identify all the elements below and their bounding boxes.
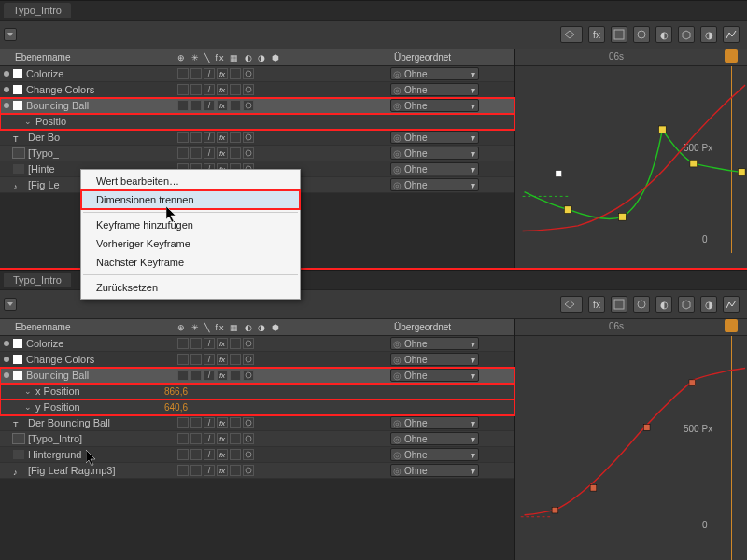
layer-row[interactable]: [Typo_ ◎Ohne▾	[0, 146, 514, 161]
property-row[interactable]: ⌄ x Position 866,6	[0, 384, 514, 399]
svg-point-21	[246, 436, 251, 441]
property-name: x Position	[35, 385, 80, 397]
svg-rect-9	[564, 206, 571, 214]
layer-row[interactable]: [Fig Leaf Rag.mp3] ◎Ohne▾	[0, 463, 514, 479]
col-header-parent-2[interactable]: Übergeordnet	[390, 322, 484, 332]
layer-panel-top: Ebenenname ⊕ ✳ ╲ fx ▦ ◐ ◑ ⬢ Übergeordnet…	[0, 49, 515, 268]
layer-name-text: Der Bo	[28, 132, 60, 143]
toolbar-dropdown-2[interactable]	[4, 298, 17, 311]
graph-editor-icon[interactable]	[723, 26, 740, 43]
layer-row[interactable]: Hintergrund ◎Ohne▾	[0, 447, 514, 463]
layer-name-text: Change Colors	[26, 84, 94, 95]
frame-blend-icon[interactable]	[611, 26, 627, 43]
svg-point-1	[638, 31, 645, 38]
draft3d-icon[interactable]: ◑	[700, 26, 717, 43]
layer-row[interactable]: Der Bo ◎Ohne▾	[0, 130, 514, 146]
svg-rect-13	[738, 169, 745, 176]
3d-icon[interactable]	[678, 26, 695, 43]
col-header-name-2[interactable]: Ebenenname	[0, 322, 177, 332]
parent-dropdown[interactable]: ◎Ohne▾	[390, 353, 479, 366]
parent-dropdown[interactable]: ◎Ohne▾	[390, 178, 479, 191]
parent-dropdown[interactable]: ◎Ohne▾	[390, 131, 479, 144]
svg-point-19	[246, 372, 251, 378]
layer-name-text: Colorize	[26, 68, 63, 79]
layer-name-text: Bouncing Ball	[26, 100, 89, 111]
layer-name-text: [Fig Leaf Rag.mp3]	[28, 465, 116, 476]
parent-dropdown[interactable]: ◎Ohne▾	[390, 369, 479, 382]
layer-name-text: [Typo_Intro]	[28, 433, 82, 444]
property-row[interactable]: ⌄ y Position 640,6	[0, 399, 514, 415]
layer-row[interactable]: Bouncing Ball ◎Ohne▾	[0, 368, 514, 384]
shy-icon[interactable]	[560, 26, 583, 43]
graph-editor-top[interactable]: 06s 500 Px 0	[515, 49, 747, 268]
shy-icon[interactable]	[560, 296, 583, 313]
ctx-reset[interactable]: Zurücksetzen	[81, 278, 300, 297]
svg-point-23	[246, 468, 251, 473]
draft3d-icon[interactable]: ◑	[700, 296, 717, 313]
layer-name-text: Bouncing Ball	[26, 370, 89, 381]
frame-blend-icon[interactable]	[611, 296, 627, 313]
svg-point-5	[246, 134, 251, 140]
col-header-parent[interactable]: Übergeordnet	[390, 52, 484, 63]
layer-row[interactable]: [Typo_Intro] ◎Ohne▾	[0, 431, 514, 447]
svg-point-3	[246, 87, 251, 92]
col-header-name[interactable]: Ebenenname	[0, 52, 177, 63]
bottom-panel: Typo_Intro fx ◐ ◑ Ebenenname ⊕ ✳ ╲ fx ▦ …	[0, 270, 747, 560]
layer-row[interactable]: Bouncing Ball ◎Ohne▾	[0, 98, 514, 114]
svg-point-2	[246, 71, 251, 77]
layer-name-text: Colorize	[26, 338, 63, 349]
col-header-switches: ⊕ ✳ ╲ fx ▦ ◐ ◑ ⬢	[177, 52, 297, 63]
property-position[interactable]: ⌄ Positio	[0, 114, 514, 130]
layer-name-text: [Fig Le	[28, 179, 60, 190]
toolbar-dropdown[interactable]	[4, 28, 17, 41]
graph-editor-bottom[interactable]: 06s 500 Px 0	[515, 319, 747, 560]
layer-name-text: [Hinte	[28, 163, 55, 175]
tab-bar: Typo_Intro	[0, 1, 747, 20]
svg-rect-14	[556, 171, 562, 177]
parent-dropdown[interactable]: ◎Ohne▾	[390, 83, 479, 96]
ctx-separate-dimensions[interactable]: Dimensionen trennen	[81, 190, 300, 209]
parent-dropdown[interactable]: ◎Ohne▾	[390, 432, 479, 445]
layer-row[interactable]: Colorize ◎Ohne▾	[0, 336, 514, 352]
parent-dropdown[interactable]: ◎Ohne▾	[390, 99, 479, 112]
layer-row[interactable]: Change Colors ◎Ohne▾	[0, 82, 514, 98]
graph-editor-icon[interactable]	[723, 296, 740, 313]
layer-name-text: [Typo_	[28, 147, 59, 159]
parent-dropdown[interactable]: ◎Ohne▾	[390, 337, 479, 350]
parent-dropdown[interactable]: ◎Ohne▾	[390, 147, 479, 160]
parent-dropdown[interactable]: ◎Ohne▾	[390, 162, 479, 175]
timeline-toolbar: fx ◐ ◑	[0, 20, 747, 49]
parent-dropdown[interactable]: ◎Ohne▾	[390, 464, 479, 477]
parent-dropdown[interactable]: ◎Ohne▾	[390, 416, 479, 429]
ctx-add-keyframe[interactable]: Keyframe hinzufügen	[81, 216, 300, 234]
context-menu: Wert bearbeiten… Dimensionen trennen Key…	[80, 169, 301, 300]
layer-row[interactable]: Colorize ◎Ohne▾	[0, 66, 514, 82]
svg-point-20	[246, 420, 251, 426]
motion-blur-icon[interactable]	[633, 296, 650, 313]
layer-panel-bottom: Ebenenname ⊕ ✳ ╲ fx ▦ ◐ ◑ ⬢ Übergeordnet…	[0, 319, 515, 560]
parent-dropdown[interactable]: ◎Ohne▾	[390, 67, 479, 80]
property-value[interactable]: 866,6	[164, 386, 188, 397]
svg-rect-24	[552, 507, 558, 513]
property-name: y Position	[35, 401, 80, 413]
ctx-edit-value[interactable]: Wert bearbeiten…	[81, 172, 300, 190]
parent-dropdown[interactable]: ◎Ohne▾	[390, 448, 479, 461]
fx-icon[interactable]: fx	[588, 296, 605, 313]
3d-icon[interactable]	[678, 296, 695, 313]
motion-blur-icon[interactable]	[633, 26, 650, 43]
svg-point-6	[246, 150, 251, 156]
fx-icon[interactable]: fx	[588, 26, 605, 43]
layer-row[interactable]: Change Colors ◎Ohne▾	[0, 352, 514, 368]
layer-name-text: Change Colors	[26, 354, 94, 365]
top-panel: Typo_Intro fx ◐ ◑ Ebenenname ⊕ ✳ ╲ fx ▦ …	[0, 0, 747, 268]
svg-point-4	[246, 103, 251, 108]
ctx-prev-keyframe[interactable]: Vorheriger Keyframe	[81, 234, 300, 253]
property-value[interactable]: 640,6	[164, 402, 188, 413]
composition-tab-2[interactable]: Typo_Intro	[4, 273, 71, 287]
brain-icon[interactable]: ◐	[655, 26, 672, 43]
composition-tab[interactable]: Typo_Intro	[4, 3, 71, 18]
ctx-next-keyframe[interactable]: Nächster Keyframe	[81, 253, 300, 272]
layer-row[interactable]: Der Bouncing Ball ◎Ohne▾	[0, 415, 514, 431]
svg-rect-27	[689, 380, 696, 386]
brain-icon[interactable]: ◐	[655, 296, 672, 313]
